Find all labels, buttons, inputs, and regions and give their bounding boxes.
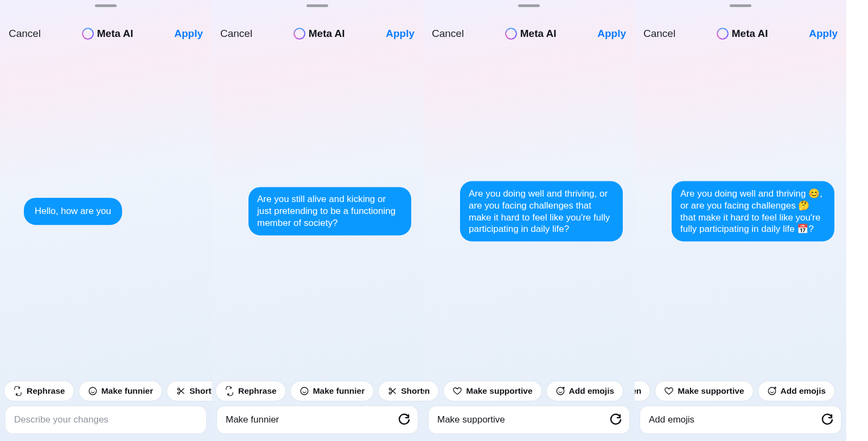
regenerate-button[interactable]: [397, 413, 411, 427]
brand-name: Meta AI: [520, 28, 557, 40]
chip-label: Rephrase: [238, 386, 277, 396]
ai-edit-panel: Cancel Meta AI Apply Are you still alive…: [212, 0, 423, 441]
chip-label: Shorten: [401, 386, 423, 396]
svg-point-16: [561, 390, 561, 390]
svg-point-20: [770, 390, 771, 390]
svg-point-1: [91, 390, 92, 390]
smile-icon: [88, 386, 98, 396]
chip-add-emojis[interactable]: Add emojis: [547, 381, 623, 401]
reload-icon: [398, 413, 411, 426]
cancel-button[interactable]: Cancel: [220, 28, 252, 40]
meta-ai-ring-icon: [717, 28, 729, 40]
scissors-icon: [176, 386, 186, 396]
apply-button[interactable]: Apply: [174, 28, 203, 40]
sheet-grabber[interactable]: [730, 4, 751, 7]
meta-ai-ring-icon: [82, 28, 94, 40]
change-input[interactable]: [429, 406, 629, 433]
input-bar: [212, 406, 423, 441]
change-input-field[interactable]: [437, 414, 609, 425]
svg-point-7: [301, 387, 308, 395]
brand: Meta AI: [505, 28, 557, 40]
chip-label: Add emojis: [569, 386, 615, 396]
svg-point-21: [773, 390, 773, 390]
chip-label: Make funnier: [313, 386, 365, 396]
svg-point-15: [559, 390, 559, 390]
cancel-button[interactable]: Cancel: [432, 28, 464, 40]
apply-button[interactable]: Apply: [809, 28, 838, 40]
svg-point-14: [557, 387, 564, 395]
change-input[interactable]: [5, 406, 206, 433]
brand: Meta AI: [293, 28, 345, 40]
suggestion-chips[interactable]: horten Make supportive Add emojis: [635, 377, 846, 406]
change-input[interactable]: [640, 406, 841, 433]
brand-name: Meta AI: [732, 28, 768, 40]
svg-point-19: [768, 387, 776, 395]
brand: Meta AI: [82, 28, 133, 40]
meta-ai-ring-icon: [293, 28, 305, 40]
svg-point-9: [305, 390, 305, 390]
chip-rephrase[interactable]: Rephrase: [216, 381, 285, 401]
chip-make-supportive[interactable]: Make supportive: [444, 381, 541, 401]
ai-edit-panel: Cancel Meta AI Apply Are you doing well …: [423, 0, 635, 441]
chip-rephrase[interactable]: Rephrase: [4, 381, 74, 401]
change-input-field[interactable]: [226, 414, 397, 425]
chip-shorten-partial[interactable]: horten: [423, 381, 438, 401]
sheet-grabber[interactable]: [307, 4, 328, 7]
chip-label: Shorten: [189, 386, 212, 396]
meta-ai-ring-icon: [505, 28, 517, 40]
reload-icon: [821, 413, 834, 426]
smile-icon: [299, 386, 309, 396]
conversation-area: Are you doing well and thriving, or are …: [423, 46, 635, 377]
emoji-add-icon: [767, 386, 777, 396]
emoji-add-icon: [556, 386, 565, 396]
change-input-field[interactable]: [649, 414, 820, 425]
chip-label: Make supportive: [678, 386, 744, 396]
regenerate-button[interactable]: [820, 413, 834, 427]
brand: Meta AI: [717, 28, 768, 40]
conversation-area: Are you doing well and thriving 😊, or ar…: [635, 46, 846, 377]
chip-label: horten: [423, 386, 430, 396]
suggestion-chips[interactable]: Rephrase Make funnier Shorten: [0, 377, 212, 406]
message-bubble: Are you doing well and thriving 😊, or ar…: [672, 181, 834, 242]
chip-label: Rephrase: [27, 386, 65, 396]
rephrase-icon: [13, 386, 23, 396]
apply-button[interactable]: Apply: [597, 28, 626, 40]
brand-name: Meta AI: [97, 28, 133, 40]
heart-icon: [452, 386, 462, 396]
chip-make-funnier[interactable]: Make funnier: [291, 381, 374, 401]
conversation-area: Are you still alive and kicking or just …: [212, 46, 423, 377]
input-bar: [423, 406, 635, 441]
chip-make-supportive[interactable]: Make supportive: [655, 381, 752, 401]
rephrase-icon: [225, 386, 234, 396]
sheet-grabber[interactable]: [95, 4, 117, 7]
apply-button[interactable]: Apply: [386, 28, 414, 40]
message-bubble: Hello, how are you: [24, 198, 122, 225]
chip-shorten-partial[interactable]: horten: [635, 381, 650, 401]
brand-name: Meta AI: [309, 28, 345, 40]
suggestion-chips[interactable]: Rephrase Make funnier Shorten: [212, 377, 423, 406]
svg-point-8: [303, 390, 303, 390]
cancel-button[interactable]: Cancel: [9, 28, 41, 40]
chip-shorten[interactable]: Shorten: [379, 381, 423, 401]
chip-label: Make funnier: [101, 386, 154, 396]
chip-label: Add emojis: [781, 386, 826, 396]
change-input[interactable]: [217, 406, 418, 433]
chip-add-emojis[interactable]: Add emojis: [758, 381, 835, 401]
input-bar: [0, 406, 212, 441]
chip-shorten[interactable]: Shorten: [167, 381, 212, 401]
svg-point-2: [93, 390, 94, 390]
scissors-icon: [387, 386, 397, 396]
chip-make-funnier[interactable]: Make funnier: [79, 381, 162, 401]
suggestion-chips[interactable]: horten Make supportive Add emojis: [423, 377, 635, 406]
input-bar: [635, 406, 846, 441]
conversation-area: Hello, how are you: [0, 46, 212, 377]
regenerate-button[interactable]: [609, 413, 623, 427]
ai-edit-panel: Cancel Meta AI Apply Hello, how are you …: [0, 0, 212, 441]
svg-point-0: [89, 387, 97, 395]
reload-icon: [609, 413, 622, 426]
sheet-grabber[interactable]: [518, 4, 540, 7]
cancel-button[interactable]: Cancel: [643, 28, 675, 40]
message-bubble: Are you doing well and thriving, or are …: [460, 181, 623, 242]
change-input-field[interactable]: [14, 414, 200, 425]
chip-label: horten: [635, 386, 641, 396]
